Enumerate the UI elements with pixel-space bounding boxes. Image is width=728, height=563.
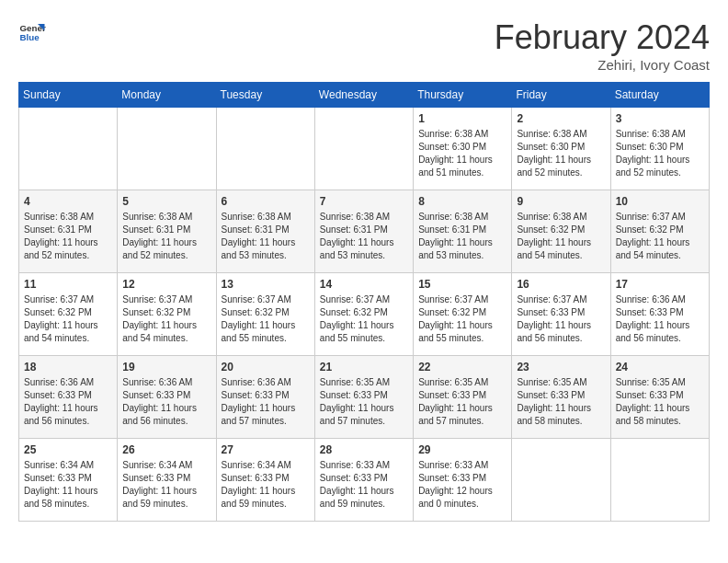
- day-number: 8: [418, 195, 506, 208]
- calendar-cell: 16Sunrise: 6:37 AM Sunset: 6:33 PM Dayli…: [512, 273, 610, 356]
- calendar-week-row: 11Sunrise: 6:37 AM Sunset: 6:32 PM Dayli…: [19, 273, 710, 356]
- calendar-body: 1Sunrise: 6:38 AM Sunset: 6:30 PM Daylig…: [19, 108, 710, 522]
- day-detail: Sunrise: 6:37 AM Sunset: 6:32 PM Dayligh…: [24, 293, 112, 345]
- day-number: 4: [24, 195, 112, 208]
- day-number: 16: [517, 278, 605, 291]
- day-number: 21: [320, 361, 408, 373]
- day-detail: Sunrise: 6:37 AM Sunset: 6:32 PM Dayligh…: [222, 293, 310, 345]
- calendar-cell: 15Sunrise: 6:37 AM Sunset: 6:32 PM Dayli…: [414, 273, 512, 356]
- day-detail: Sunrise: 6:38 AM Sunset: 6:30 PM Dayligh…: [418, 128, 506, 179]
- calendar-cell: 2Sunrise: 6:38 AM Sunset: 6:30 PM Daylig…: [512, 108, 610, 190]
- calendar-table: SundayMondayTuesdayWednesdayThursdayFrid…: [18, 82, 710, 522]
- calendar-week-row: 4Sunrise: 6:38 AM Sunset: 6:31 PM Daylig…: [19, 190, 710, 273]
- calendar-cell: 9Sunrise: 6:38 AM Sunset: 6:32 PM Daylig…: [512, 190, 610, 273]
- day-number: 3: [616, 112, 704, 125]
- day-number: 28: [320, 443, 408, 456]
- calendar-cell: 12Sunrise: 6:37 AM Sunset: 6:32 PM Dayli…: [118, 273, 216, 356]
- day-number: 1: [418, 112, 506, 125]
- calendar-cell: 18Sunrise: 6:36 AM Sunset: 6:33 PM Dayli…: [19, 356, 118, 439]
- calendar-cell: 25Sunrise: 6:34 AM Sunset: 6:33 PM Dayli…: [19, 439, 118, 522]
- day-number: 23: [517, 361, 605, 373]
- calendar-cell: 19Sunrise: 6:36 AM Sunset: 6:33 PM Dayli…: [118, 356, 216, 439]
- day-detail: Sunrise: 6:37 AM Sunset: 6:32 PM Dayligh…: [418, 293, 506, 345]
- day-detail: Sunrise: 6:38 AM Sunset: 6:31 PM Dayligh…: [320, 211, 408, 262]
- calendar-cell: 4Sunrise: 6:38 AM Sunset: 6:31 PM Daylig…: [19, 190, 118, 273]
- day-number: 14: [320, 278, 408, 291]
- title-block: February 2024 Zehiri, Ivory Coast: [495, 18, 710, 73]
- calendar-cell: 21Sunrise: 6:35 AM Sunset: 6:33 PM Dayli…: [314, 356, 413, 439]
- day-number: 24: [616, 361, 704, 373]
- calendar-cell: 6Sunrise: 6:38 AM Sunset: 6:31 PM Daylig…: [216, 190, 314, 273]
- day-detail: Sunrise: 6:37 AM Sunset: 6:32 PM Dayligh…: [122, 293, 210, 345]
- day-detail: Sunrise: 6:35 AM Sunset: 6:33 PM Dayligh…: [517, 376, 605, 428]
- calendar-cell: 17Sunrise: 6:36 AM Sunset: 6:33 PM Dayli…: [610, 273, 709, 356]
- calendar-cell: [118, 108, 216, 190]
- calendar-cell: [314, 108, 413, 190]
- day-detail: Sunrise: 6:38 AM Sunset: 6:31 PM Dayligh…: [24, 211, 112, 262]
- day-detail: Sunrise: 6:37 AM Sunset: 6:33 PM Dayligh…: [517, 293, 605, 345]
- calendar-cell: 27Sunrise: 6:34 AM Sunset: 6:33 PM Dayli…: [216, 439, 314, 522]
- day-of-week-header: Saturday: [610, 83, 709, 108]
- day-detail: Sunrise: 6:35 AM Sunset: 6:33 PM Dayligh…: [320, 376, 408, 428]
- day-number: 17: [616, 278, 704, 291]
- day-of-week-header: Tuesday: [216, 83, 314, 108]
- day-number: 18: [24, 361, 112, 373]
- day-number: 7: [320, 195, 408, 208]
- calendar-cell: 7Sunrise: 6:38 AM Sunset: 6:31 PM Daylig…: [314, 190, 413, 273]
- day-detail: Sunrise: 6:38 AM Sunset: 6:32 PM Dayligh…: [517, 211, 605, 262]
- calendar-cell: 8Sunrise: 6:38 AM Sunset: 6:31 PM Daylig…: [414, 190, 512, 273]
- calendar-week-row: 25Sunrise: 6:34 AM Sunset: 6:33 PM Dayli…: [19, 439, 710, 522]
- calendar-cell: 3Sunrise: 6:38 AM Sunset: 6:30 PM Daylig…: [610, 108, 709, 190]
- calendar-cell: 24Sunrise: 6:35 AM Sunset: 6:33 PM Dayli…: [610, 356, 709, 439]
- calendar-cell: 22Sunrise: 6:35 AM Sunset: 6:33 PM Dayli…: [414, 356, 512, 439]
- day-number: 19: [122, 361, 210, 373]
- calendar-cell: 20Sunrise: 6:36 AM Sunset: 6:33 PM Dayli…: [216, 356, 314, 439]
- calendar-cell: [19, 108, 118, 190]
- day-detail: Sunrise: 6:36 AM Sunset: 6:33 PM Dayligh…: [24, 376, 112, 428]
- calendar-cell: 23Sunrise: 6:35 AM Sunset: 6:33 PM Dayli…: [512, 356, 610, 439]
- calendar-cell: 1Sunrise: 6:38 AM Sunset: 6:30 PM Daylig…: [414, 108, 512, 190]
- calendar-cell: 14Sunrise: 6:37 AM Sunset: 6:32 PM Dayli…: [314, 273, 413, 356]
- day-detail: Sunrise: 6:36 AM Sunset: 6:33 PM Dayligh…: [122, 376, 210, 428]
- logo-icon: General Blue: [18, 18, 46, 46]
- calendar-cell: 29Sunrise: 6:33 AM Sunset: 6:33 PM Dayli…: [414, 439, 512, 522]
- page-header: General Blue February 2024 Zehiri, Ivory…: [18, 18, 710, 73]
- day-detail: Sunrise: 6:34 AM Sunset: 6:33 PM Dayligh…: [222, 459, 310, 511]
- day-number: 25: [24, 443, 112, 456]
- calendar-cell: [512, 439, 610, 522]
- day-of-week-header: Wednesday: [314, 83, 413, 108]
- calendar-week-row: 1Sunrise: 6:38 AM Sunset: 6:30 PM Daylig…: [19, 108, 710, 190]
- day-number: 2: [517, 112, 605, 125]
- day-number: 12: [122, 278, 210, 291]
- day-number: 5: [122, 195, 210, 208]
- day-detail: Sunrise: 6:34 AM Sunset: 6:33 PM Dayligh…: [24, 459, 112, 511]
- day-detail: Sunrise: 6:33 AM Sunset: 6:33 PM Dayligh…: [418, 459, 506, 511]
- day-number: 9: [517, 195, 605, 208]
- day-number: 13: [222, 278, 310, 291]
- calendar-week-row: 18Sunrise: 6:36 AM Sunset: 6:33 PM Dayli…: [19, 356, 710, 439]
- day-detail: Sunrise: 6:35 AM Sunset: 6:33 PM Dayligh…: [418, 376, 506, 428]
- svg-text:Blue: Blue: [20, 32, 40, 42]
- day-detail: Sunrise: 6:36 AM Sunset: 6:33 PM Dayligh…: [222, 376, 310, 428]
- day-detail: Sunrise: 6:34 AM Sunset: 6:33 PM Dayligh…: [122, 459, 210, 511]
- day-number: 22: [418, 361, 506, 373]
- month-title: February 2024: [495, 18, 710, 57]
- day-detail: Sunrise: 6:38 AM Sunset: 6:31 PM Dayligh…: [222, 211, 310, 262]
- day-detail: Sunrise: 6:33 AM Sunset: 6:33 PM Dayligh…: [320, 459, 408, 511]
- day-of-week-header: Friday: [512, 83, 610, 108]
- day-number: 10: [616, 195, 704, 208]
- calendar-cell: 11Sunrise: 6:37 AM Sunset: 6:32 PM Dayli…: [19, 273, 118, 356]
- calendar-cell: 5Sunrise: 6:38 AM Sunset: 6:31 PM Daylig…: [118, 190, 216, 273]
- day-number: 6: [222, 195, 310, 208]
- logo: General Blue: [18, 18, 46, 46]
- day-number: 11: [24, 278, 112, 291]
- day-number: 20: [222, 361, 310, 373]
- calendar-cell: 10Sunrise: 6:37 AM Sunset: 6:32 PM Dayli…: [610, 190, 709, 273]
- day-of-week-header: Thursday: [414, 83, 512, 108]
- calendar-cell: 13Sunrise: 6:37 AM Sunset: 6:32 PM Dayli…: [216, 273, 314, 356]
- day-detail: Sunrise: 6:38 AM Sunset: 6:30 PM Dayligh…: [616, 128, 704, 179]
- calendar-cell: 28Sunrise: 6:33 AM Sunset: 6:33 PM Dayli…: [314, 439, 413, 522]
- day-number: 27: [222, 443, 310, 456]
- calendar-cell: [216, 108, 314, 190]
- day-of-week-header: Monday: [118, 83, 216, 108]
